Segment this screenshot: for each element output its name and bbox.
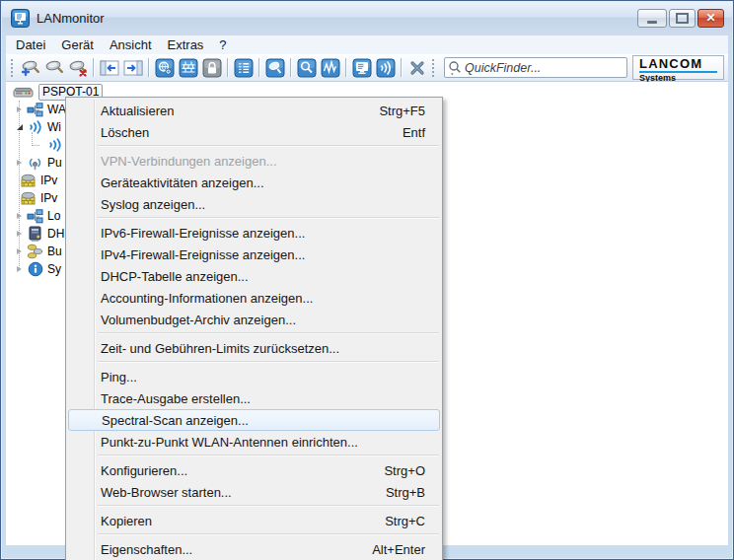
menu-item-ipv6-firewall-ereignisse-anzeigen[interactable]: IPv6-Firewall-Ereignisse anzeigen... <box>66 222 442 244</box>
remove-device-button[interactable] <box>66 57 90 79</box>
menu-item-label: Web-Browser starten... <box>101 485 366 500</box>
titlebar[interactable]: LANmonitor ✕ <box>2 2 732 35</box>
window-title: LANmonitor <box>37 11 105 26</box>
server-icon <box>26 226 44 242</box>
menu-item-label: Löschen <box>101 125 383 140</box>
menu-item-accounting-informationen-anzeigen[interactable]: Accounting-Informationen anzeigen... <box>66 287 442 309</box>
menu-item-zeit-und-geb-hren-limits-zur-cksetzen[interactable]: Zeit- und Gebühren-Limits zurücksetzen..… <box>66 337 442 359</box>
add-device-icon <box>21 58 40 78</box>
menubar-item-extras[interactable]: Extras <box>160 36 212 53</box>
expander-expanded-icon[interactable] <box>13 124 26 130</box>
lan-monitor-button[interactable] <box>350 57 374 79</box>
lan-monitor-icon <box>352 58 372 78</box>
find-device-button[interactable] <box>42 57 66 79</box>
app-window: LANmonitor ✕ DateiGerätAnsichtExtras? LA… <box>0 0 734 560</box>
app-icon <box>11 9 30 28</box>
network-icon <box>26 103 44 117</box>
toolbar-separator <box>345 58 347 77</box>
menu-item-label: Trace-Ausgabe erstellen... <box>101 391 405 406</box>
logo-brand-text: LANCOM <box>639 58 717 70</box>
menu-item-kopieren[interactable]: KopierenStrg+C <box>66 510 442 531</box>
menu-item-label: IPv4-Firewall-Ereignisse anzeigen... <box>101 247 405 262</box>
menubar-item-datei[interactable]: Datei <box>8 36 53 53</box>
quickfinder-box <box>444 57 627 78</box>
menu-item-vpn-verbindungen-anzeigen: VPN-Verbindungen anzeigen... <box>66 150 442 172</box>
menu-separator <box>98 145 439 147</box>
menu-item-label: DHCP-Tabelle anzeigen... <box>101 269 405 284</box>
tree-item-label: Sy <box>47 262 61 276</box>
toolbar-separator <box>148 58 150 77</box>
menubar: DateiGerätAnsichtExtras? <box>6 35 728 54</box>
menu-item-label: Aktualisieren <box>101 104 359 118</box>
menu-separator <box>98 533 439 535</box>
disconnect-icon <box>407 58 427 78</box>
syslog-list-icon <box>234 58 254 78</box>
expander-collapsed-icon[interactable] <box>13 160 26 166</box>
network-icon <box>26 209 44 224</box>
expander-collapsed-icon[interactable] <box>13 213 26 219</box>
panel-arrow-right-icon <box>123 58 143 78</box>
menu-item-label: Spectral-Scan anzeigen... <box>102 413 404 428</box>
spectral-scan-icon <box>321 58 340 78</box>
menu-item-volumenbudget-archiv-anzeigen[interactable]: Volumenbudget-Archiv anzeigen... <box>66 309 442 330</box>
menu-item-ipv4-firewall-ereignisse-anzeigen[interactable]: IPv4-Firewall-Ereignisse anzeigen... <box>66 244 442 265</box>
toolbar-grip[interactable] <box>432 59 437 77</box>
menu-item-aktualisieren[interactable]: AktualisierenStrg+F5 <box>66 100 442 121</box>
wlan-monitor-icon <box>376 58 396 78</box>
menubar-item-ansicht[interactable]: Ansicht <box>102 36 160 53</box>
menu-item-syslog-anzeigen[interactable]: Syslog anzeigen... <box>66 193 442 215</box>
expander-collapsed-icon[interactable] <box>13 106 26 112</box>
menu-item-punkt-zu-punkt-wlan-antennen-einrichten[interactable]: Punkt-zu-Punkt WLAN-Antennen einrichten.… <box>66 431 442 453</box>
minimize-button[interactable] <box>637 9 667 28</box>
ping-icon <box>265 58 285 78</box>
minimize-icon <box>647 21 657 24</box>
menu-item-trace-ausgabe-erstellen[interactable]: Trace-Ausgabe erstellen... <box>66 387 442 409</box>
ping-button[interactable] <box>263 57 287 79</box>
add-device-button[interactable] <box>19 57 42 79</box>
budget-icon <box>26 244 44 259</box>
toolbar-grip[interactable] <box>11 59 16 77</box>
menu-item-spectral-scan-anzeigen[interactable]: Spectral-Scan anzeigen... <box>68 409 440 431</box>
disconnect-button[interactable] <box>405 57 429 79</box>
panel-arrow-left-button[interactable] <box>98 57 121 79</box>
firewall-icon <box>19 191 37 205</box>
menu-item-label: Konfigurieren... <box>101 463 364 478</box>
trace-search-button[interactable] <box>295 57 319 79</box>
menu-item-ger-teaktivit-ten-anzeigen[interactable]: Geräteaktivitäten anzeigen... <box>66 172 442 193</box>
menu-separator <box>98 505 439 507</box>
panel-arrow-right-button[interactable] <box>121 57 145 79</box>
close-button[interactable]: ✕ <box>697 9 724 28</box>
wan-status-button[interactable] <box>153 57 177 79</box>
toolbar-separator <box>290 58 292 77</box>
tree-item-label: DH <box>47 227 64 241</box>
menu-item-label: Volumenbudget-Archiv anzeigen... <box>101 313 405 327</box>
menubar-item-help[interactable]: ? <box>211 36 234 53</box>
maximize-button[interactable] <box>669 9 696 28</box>
expander-collapsed-icon[interactable] <box>13 248 26 254</box>
expander-collapsed-icon[interactable] <box>13 266 26 272</box>
router-device-icon <box>12 86 34 100</box>
menu-separator <box>98 217 439 219</box>
spectral-scan-button[interactable] <box>319 57 342 79</box>
security-lock-button[interactable] <box>200 57 224 79</box>
firewall-bricks-button[interactable] <box>177 57 200 79</box>
menu-item-dhcp-tabelle-anzeigen[interactable]: DHCP-Tabelle anzeigen... <box>66 265 442 287</box>
menu-item-label: Kopieren <box>101 514 365 528</box>
menubar-item-ger-t[interactable]: Gerät <box>53 36 102 53</box>
menu-item-eigenschaften[interactable]: Eigenschaften...Alt+Enter <box>66 538 442 560</box>
quickfinder-input[interactable] <box>462 60 624 76</box>
find-device-icon <box>44 58 64 78</box>
menu-separator <box>98 361 439 363</box>
wlan-monitor-button[interactable] <box>374 57 398 79</box>
menu-separator <box>98 455 439 456</box>
menu-item-label: Geräteaktivitäten anzeigen... <box>101 175 405 190</box>
menu-item-web-browser-starten[interactable]: Web-Browser starten...Strg+B <box>66 481 442 503</box>
menu-item-konfigurieren[interactable]: Konfigurieren...Strg+O <box>66 459 442 481</box>
tree-item-label: IPv <box>40 174 57 187</box>
menu-item-ping[interactable]: Ping... <box>66 366 442 387</box>
menu-item-l-schen[interactable]: LöschenEntf <box>66 121 442 143</box>
expander-collapsed-icon[interactable] <box>13 231 26 237</box>
search-icon <box>448 60 462 75</box>
syslog-list-button[interactable] <box>232 57 256 79</box>
menu-item-label: Accounting-Informationen anzeigen... <box>101 291 405 306</box>
